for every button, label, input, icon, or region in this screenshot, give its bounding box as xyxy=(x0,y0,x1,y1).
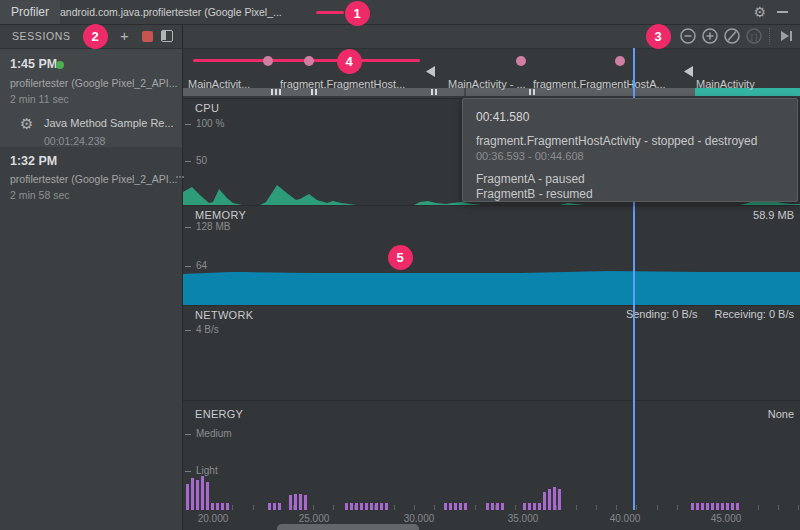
energy-bar xyxy=(216,503,219,510)
energy-bar xyxy=(360,503,363,510)
energy-bar xyxy=(711,503,714,510)
lifecycle-tooltip: 00:41.580 fragment.FragmentHostActivity … xyxy=(462,98,798,202)
session-time: 1:45 PM xyxy=(10,57,57,71)
memory-tick-64: 64 xyxy=(196,260,207,271)
energy-bar xyxy=(304,495,307,510)
energy-bar xyxy=(528,503,531,510)
network-values: Sending: 0 B/s Receiving: 0 B/s xyxy=(612,308,794,320)
energy-tick-medium: Medium xyxy=(196,428,232,439)
energy-bar xyxy=(221,503,224,510)
stop-session-icon[interactable] xyxy=(142,31,153,42)
energy-bar xyxy=(726,503,729,510)
energy-bar xyxy=(365,503,368,510)
session-duration: 2 min 58 sec xyxy=(10,189,70,201)
tab-session[interactable]: android.com.java.profilertester (Google … xyxy=(60,0,282,24)
energy-bar xyxy=(454,503,457,510)
axis-label: 25.000 xyxy=(299,513,330,524)
energy-bar xyxy=(350,503,353,510)
session-device: profilertester (Google Pixel_2_API... xyxy=(10,77,178,89)
energy-bar xyxy=(273,503,276,510)
energy-bar xyxy=(538,503,541,510)
energy-bar xyxy=(268,503,271,510)
energy-bar xyxy=(706,503,709,510)
energy-bar xyxy=(345,503,348,510)
network-tick-4bs: 4 B/s xyxy=(196,324,219,335)
session-artifact-item[interactable]: ⚙ Java Method Sample Re... 00:01:24.238 xyxy=(0,109,182,147)
section-divider xyxy=(183,205,800,206)
profiler-window: Profiler android.com.java.profilertester… xyxy=(0,0,800,530)
energy-bar xyxy=(370,503,373,510)
cpu-tick-dash xyxy=(185,161,191,162)
section-divider xyxy=(183,305,800,306)
event-timeline[interactable] xyxy=(183,48,800,99)
tool-window-header: Profiler android.com.java.profilertester… xyxy=(0,0,800,25)
panel-splitter[interactable] xyxy=(176,160,183,200)
artifact-duration: 00:01:24.238 xyxy=(44,135,105,147)
energy-bar xyxy=(486,503,489,510)
energy-bar xyxy=(716,503,719,510)
minimize-icon[interactable] xyxy=(777,11,788,13)
energy-bar xyxy=(380,503,383,510)
tooltip-range: 00:36.593 - 00:44.608 xyxy=(476,150,784,162)
energy-bar xyxy=(501,503,504,510)
energy-bar xyxy=(543,492,546,510)
energy-bar xyxy=(206,482,209,510)
memory-chart[interactable] xyxy=(183,205,800,305)
energy-chart[interactable] xyxy=(183,400,800,510)
energy-bar xyxy=(186,484,189,510)
tab-profiler[interactable]: Profiler xyxy=(0,0,60,24)
energy-bar xyxy=(355,503,358,510)
tooltip-title: fragment.FragmentHostActivity - stopped … xyxy=(476,134,784,148)
energy-section-label: ENERGY xyxy=(195,408,243,420)
energy-bar xyxy=(558,489,561,510)
new-session-icon[interactable]: + xyxy=(120,27,129,44)
session-device: profilertester (Google Pixel_2_API... xyxy=(10,173,178,185)
zoom-to-selection-icon[interactable]: [ ] xyxy=(745,27,763,45)
collapse-panel-icon[interactable] xyxy=(161,30,173,42)
energy-bar xyxy=(294,494,297,510)
toolbar-separator xyxy=(769,28,770,44)
memory-tick-dash xyxy=(185,227,191,228)
energy-bar xyxy=(211,503,214,510)
cpu-tick-100: 100 % xyxy=(196,118,224,129)
zoom-out-icon[interactable] xyxy=(679,27,697,45)
axis-label: 40.000 xyxy=(610,513,641,524)
energy-bar xyxy=(196,480,199,510)
sessions-toolbar: SESSIONS + xyxy=(0,24,183,49)
energy-bar xyxy=(444,503,447,510)
network-receiving: Receiving: 0 B/s xyxy=(715,308,794,320)
axis-label: 20.000 xyxy=(198,513,229,524)
energy-bar xyxy=(459,503,462,510)
energy-bar xyxy=(375,503,378,510)
energy-bar xyxy=(523,503,526,510)
energy-bar xyxy=(696,503,699,510)
sessions-panel-title: SESSIONS xyxy=(12,24,70,48)
zoom-in-icon[interactable] xyxy=(701,27,719,45)
energy-bar xyxy=(721,503,724,510)
gear-icon[interactable]: ⚙ xyxy=(753,4,766,20)
energy-current-value: None xyxy=(768,408,794,420)
session-item-past[interactable]: 1:32 PM profilertester (Google Pixel_2_A… xyxy=(0,148,182,210)
cpu-tick-50: 50 xyxy=(196,155,207,166)
jump-to-live-icon[interactable] xyxy=(777,27,795,45)
energy-bar xyxy=(201,476,204,510)
energy-bar xyxy=(385,503,388,510)
energy-bar xyxy=(278,503,281,510)
method-trace-icon: ⚙ xyxy=(20,115,33,133)
live-indicator-dot xyxy=(56,61,64,69)
energy-tick-dash xyxy=(185,471,191,472)
cpu-section-label: CPU xyxy=(195,102,219,114)
energy-bar xyxy=(289,495,292,510)
session-item-current[interactable]: 1:45 PM profilertester (Google Pixel_2_A… xyxy=(0,49,182,147)
tooltip-fragment-a: FragmentA - paused xyxy=(476,172,784,187)
horizontal-scrollbar[interactable] xyxy=(277,524,419,530)
memory-current-value: 58.9 MB xyxy=(753,209,794,221)
energy-bar xyxy=(449,503,452,510)
activity-lifecycle-bar[interactable] xyxy=(183,88,800,96)
reset-zoom-icon[interactable] xyxy=(723,27,741,45)
energy-bar xyxy=(736,503,739,510)
energy-bar xyxy=(491,503,494,510)
axis-label: 45.000 xyxy=(711,513,742,524)
network-sending: Sending: 0 B/s xyxy=(626,308,698,320)
callout-4-line xyxy=(193,59,420,62)
